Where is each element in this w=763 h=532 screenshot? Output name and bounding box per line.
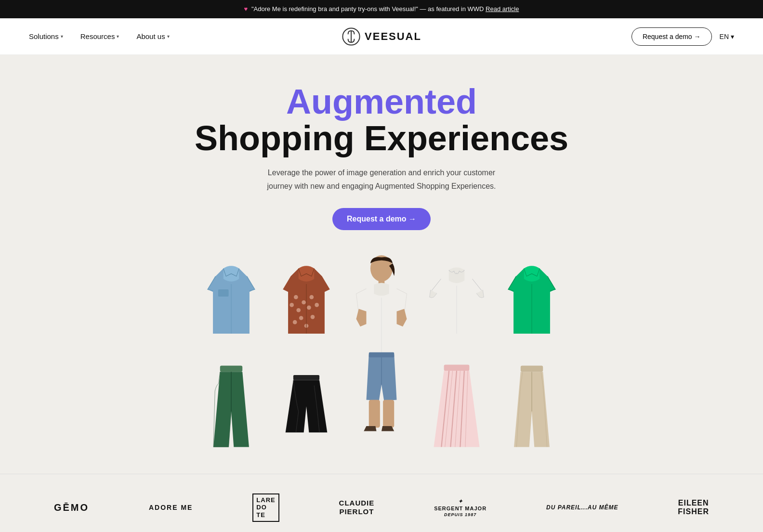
brand-adoreme: ADORE ME bbox=[149, 504, 193, 511]
hero-cta-button[interactable]: Request a demo → bbox=[332, 208, 431, 230]
nav-right: Request a demo → EN ▾ bbox=[631, 27, 734, 46]
site-logo[interactable]: VEESUAL bbox=[342, 27, 421, 46]
brand-gemo: GĒMO bbox=[54, 502, 89, 513]
svg-rect-27 bbox=[293, 375, 319, 380]
svg-point-4 bbox=[294, 295, 298, 299]
brand-dupareille: Du Pareil...au même bbox=[546, 504, 618, 511]
svg-point-5 bbox=[302, 300, 306, 304]
svg-rect-28 bbox=[444, 364, 470, 371]
clothing-item-blue-shirt bbox=[200, 257, 263, 348]
brand-laredoute: LAREDOTE bbox=[252, 493, 279, 522]
svg-point-7 bbox=[296, 308, 301, 312]
svg-rect-20 bbox=[369, 352, 395, 358]
nav-about[interactable]: About us ▾ bbox=[136, 32, 169, 40]
brand-claudiepierlot: CLAUDIEPIERLOT bbox=[339, 499, 375, 516]
clothing-item-pink-skirt bbox=[425, 361, 488, 452]
hero-subtitle: Leverage the power of image generation a… bbox=[261, 166, 502, 192]
banner-text: "Adore Me is redefining bra and panty tr… bbox=[251, 5, 484, 13]
svg-point-10 bbox=[311, 315, 315, 319]
nav-left: Solutions ▾ Resources ▾ About us ▾ bbox=[29, 32, 170, 40]
svg-rect-35 bbox=[521, 365, 543, 372]
svg-point-9 bbox=[299, 316, 303, 320]
hero-title: Augmented Shopping Experiences bbox=[10, 84, 753, 156]
clothing-item-black-skirt bbox=[275, 361, 338, 452]
clothing-item-white-blouse bbox=[425, 257, 488, 348]
nav-resources[interactable]: Resources ▾ bbox=[80, 32, 119, 40]
model-person bbox=[338, 253, 425, 455]
language-selector[interactable]: EN ▾ bbox=[720, 33, 734, 40]
hero-section: Augmented Shopping Experiences Leverage … bbox=[0, 55, 763, 240]
svg-point-14 bbox=[289, 303, 294, 307]
hero-title-colored: Augmented bbox=[10, 84, 753, 120]
clothing-item-beige-pants bbox=[500, 361, 563, 452]
request-demo-button[interactable]: Request a demo → bbox=[631, 27, 712, 46]
brand-eileenfisher: EILEENFISHER bbox=[678, 499, 709, 516]
logo-text: VEESUAL bbox=[365, 30, 421, 43]
announcement-banner: ♥ "Adore Me is redefining bra and panty … bbox=[0, 0, 763, 18]
clothes-grid bbox=[197, 254, 566, 454]
heart-icon: ♥ bbox=[244, 5, 248, 13]
clothing-item-green-pants bbox=[200, 361, 263, 452]
svg-rect-22 bbox=[383, 400, 394, 428]
svg-rect-3 bbox=[218, 289, 229, 297]
chevron-down-icon: ▾ bbox=[167, 34, 170, 39]
navbar: Solutions ▾ Resources ▾ About us ▾ VEESU… bbox=[0, 18, 763, 55]
chevron-down-icon: ▾ bbox=[117, 34, 119, 39]
logo-icon bbox=[342, 27, 361, 46]
svg-point-8 bbox=[307, 305, 311, 310]
chevron-down-icon: ▾ bbox=[61, 34, 63, 39]
brand-sergentmajor: ✦ SERGENT MAJORdepuis 1987 bbox=[434, 498, 487, 517]
nav-solutions[interactable]: Solutions ▾ bbox=[29, 32, 63, 40]
svg-point-6 bbox=[310, 295, 314, 299]
banner-link[interactable]: Read article bbox=[486, 5, 519, 13]
clothes-showcase bbox=[0, 240, 763, 474]
chevron-down-icon: ▾ bbox=[731, 33, 734, 40]
brands-section: GĒMO ADORE ME LAREDOTE CLAUDIEPIERLOT ✦ … bbox=[0, 474, 763, 532]
svg-rect-25 bbox=[220, 365, 242, 372]
hero-title-black: Shopping Experiences bbox=[10, 120, 753, 157]
clothing-item-polka-shirt bbox=[275, 257, 338, 348]
svg-point-13 bbox=[315, 303, 319, 307]
svg-point-11 bbox=[293, 320, 297, 324]
clothing-item-green-shirt bbox=[500, 257, 563, 348]
svg-rect-21 bbox=[369, 400, 380, 428]
